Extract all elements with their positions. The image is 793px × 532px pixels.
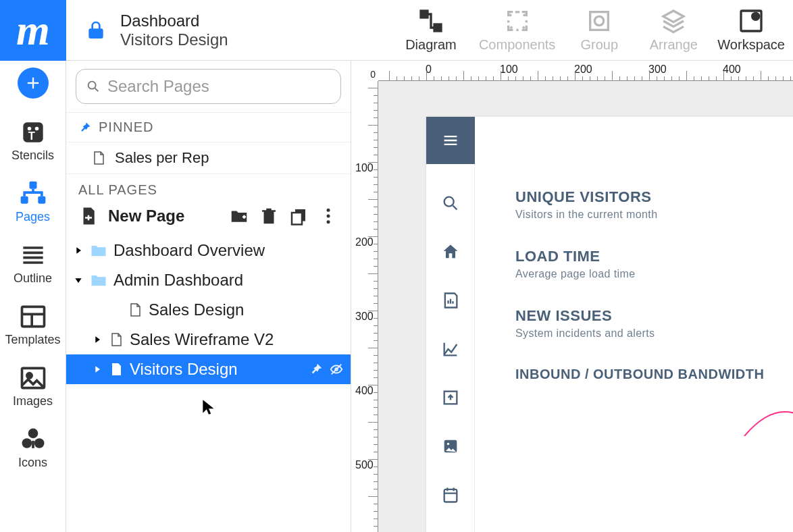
ruler-vertical: 100 200 300 400 500 600 [351,81,378,532]
tree-row-dashboard-overview[interactable]: Dashboard Overview [66,236,351,265]
svg-rect-19 [32,441,34,448]
dash-sidebar [426,117,475,532]
expand-right-icon[interactable] [92,364,103,375]
rail-icons[interactable]: Icons [0,418,66,477]
stat-title: LOAD TIME [515,248,636,265]
rail-images[interactable]: Images [0,356,66,415]
workspace-label: Workspace [717,37,785,53]
page-icon [108,331,124,348]
pinned-item-label: Sales per Rep [115,149,209,167]
ruler-horizontal: 0 100 200 300 400 500 [378,61,793,81]
tree-row-admin-dashboard[interactable]: Admin Dashboard [66,265,351,295]
tree-row-visitors-design[interactable]: Visitors Design [66,354,351,384]
group-icon [586,7,613,34]
tree-row-sales-wireframe[interactable]: Sales Wireframe V2 [66,325,351,354]
add-button[interactable] [18,68,49,99]
expand-right-icon[interactable] [73,245,84,256]
search-icon[interactable] [441,194,460,213]
app-logo[interactable]: m [0,0,66,61]
svg-rect-12 [38,196,45,204]
stat-title: UNIQUE VISITORS [515,188,658,206]
artboard[interactable]: UNIQUE VISITORS Visitors in the current … [426,116,793,532]
ruler-corner: 0 [351,61,378,81]
home-icon[interactable] [441,242,460,261]
components-label: Components [479,37,555,53]
ruler-h-label: 300 [648,63,667,76]
bandwidth-spark [515,382,793,439]
breadcrumb-title: Dashboard [120,11,228,30]
image-icon[interactable] [441,437,460,456]
svg-rect-1 [434,24,441,31]
arrange-icon [660,7,687,34]
stat-load-time: LOAD TIME Average page load time 1.2 sec [515,248,793,280]
rail-pages[interactable]: Pages [0,172,66,231]
expand-right-icon[interactable] [92,334,103,345]
rail-outline[interactable]: Outline [0,234,66,292]
arrange-label: Arrange [650,37,698,53]
calendar-icon[interactable] [441,485,460,504]
visibility-off-icon[interactable] [329,362,344,377]
more-icon[interactable] [318,206,338,226]
stat-title: NEW ISSUES [515,307,655,325]
svg-point-20 [88,82,96,89]
plus-icon [24,74,43,92]
pinned-label: PINNED [99,119,154,135]
diagram-icon [417,7,444,34]
chart-bar-icon[interactable] [441,291,460,310]
ruler-v-label: 100 [355,162,374,174]
lock-icon [85,20,107,41]
arrange-button[interactable]: Arrange [643,0,704,61]
svg-point-15 [26,373,31,378]
components-button[interactable]: Components [479,0,555,61]
copy-icon[interactable] [288,206,309,226]
hamburger-button[interactable] [426,117,475,164]
group-button[interactable]: Group [569,0,630,61]
svg-point-17 [22,438,32,448]
svg-rect-0 [421,11,428,18]
search-pages[interactable] [76,69,341,104]
components-icon [504,7,531,34]
header: Dashboard Visitors Design Diagram Compon… [66,0,793,61]
svg-rect-10 [29,182,36,189]
pinned-item[interactable]: Sales per Rep [66,142,351,174]
diagram-button[interactable]: Diagram [401,0,461,61]
svg-rect-11 [20,196,28,204]
dash-main: UNIQUE VISITORS Visitors in the current … [475,164,793,439]
expand-down-icon[interactable] [73,275,84,286]
new-page-icon[interactable] [78,206,99,226]
new-page-label[interactable]: New Page [108,207,220,225]
ruler-v-label: 200 [355,236,374,248]
svg-point-18 [34,438,44,448]
search-input[interactable] [107,77,331,96]
chart-line-icon[interactable] [441,340,460,358]
ruler-v-label: 300 [355,311,374,323]
stat-desc: System incidents and alerts [515,327,655,340]
stencils-icon: T [18,117,48,147]
ruler-h-label: 400 [723,63,741,76]
upload-icon[interactable] [441,388,460,407]
bandwidth-title: INBOUND / OUTBOUND BANDWIDTH [515,367,793,382]
new-folder-icon[interactable] [229,206,249,226]
pin-icon[interactable] [309,362,324,377]
tree-row-sales-design[interactable]: Sales Design [66,295,351,325]
new-page-row: New Page [66,202,351,236]
ruler-v-label: 500 [355,459,374,471]
outline-icon [18,240,48,270]
rail-templates[interactable]: Templates [0,295,66,354]
tree-label: Sales Wireframe V2 [130,330,344,349]
stat-unique-visitors: UNIQUE VISITORS Visitors in the current … [515,188,793,221]
canvas[interactable]: 0 0 100 200 300 400 500 100 200 300 400 … [351,61,793,532]
stat-desc: Visitors in the current month [515,209,658,221]
breadcrumb[interactable]: Dashboard Visitors Design [120,11,228,49]
page-tree: Dashboard Overview Admin Dashboard Sales… [66,236,351,384]
rail-stencils[interactable]: T Stencils [0,111,66,169]
svg-point-23 [327,209,330,212]
delete-icon[interactable] [259,206,279,226]
svg-point-24 [327,215,330,218]
page-icon [108,361,124,377]
workspace-button[interactable]: Workspace [717,0,785,61]
group-label: Group [581,37,619,53]
ruler-v-label: 400 [355,385,374,397]
page-icon [91,150,107,166]
cursor-icon [200,398,218,416]
